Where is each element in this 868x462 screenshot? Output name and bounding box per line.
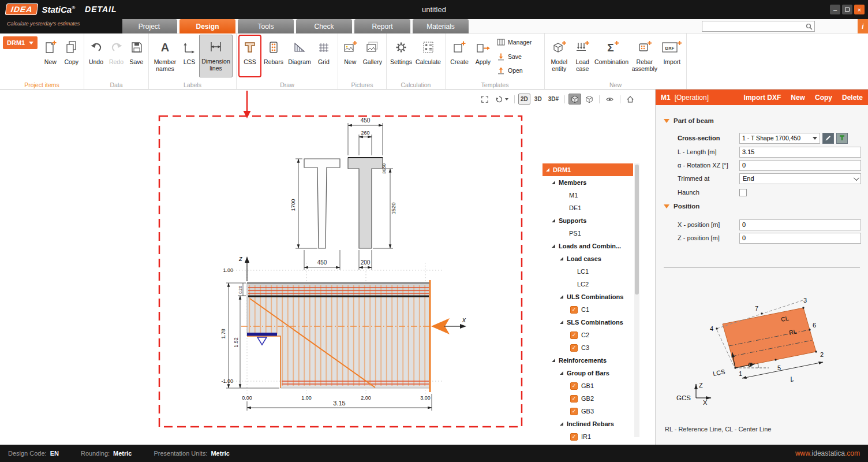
dxf-import-button[interactable]: DXF Import [660,35,684,77]
edit-cross-section-button[interactable] [822,133,834,144]
tree-item-gb2[interactable]: ✓GB2 [542,392,633,405]
template-manager-button[interactable]: Manager [497,38,532,47]
close-button[interactable]: × [854,5,865,14]
grid-button[interactable]: Grid [313,35,334,77]
search-input[interactable] [702,22,804,31]
tree-item-loads-combinations[interactable]: Loads and Combin... [542,240,633,252]
expander-icon[interactable] [560,257,563,260]
tree-item-lc1[interactable]: LC1 [542,265,633,278]
fit-view-button[interactable] [478,94,491,105]
checkbox-checked-icon[interactable]: ✓ [570,331,578,339]
tree-item-c1[interactable]: ✓C1 [542,303,633,316]
section-editor-button[interactable] [836,133,848,144]
search-icon[interactable] [804,23,814,30]
checkbox-checked-icon[interactable]: ✓ [570,382,578,390]
tree-item-uls-combinations[interactable]: ULS Combinations [542,290,633,303]
new-project-item-button[interactable]: New [40,35,61,77]
checkbox-checked-icon[interactable]: ✓ [570,306,578,314]
tree-item-c2[interactable]: ✓C2 [542,329,633,341]
combination-button[interactable]: Σ Combination [593,35,630,77]
css-button[interactable]: CSS [238,35,261,77]
checkbox-checked-icon[interactable]: ✓ [570,344,578,352]
tree-scrollbar[interactable] [634,163,639,437]
redo-button[interactable]: Redo [106,35,126,77]
tree-item-gb3[interactable]: ✓GB3 [542,405,633,418]
project-item-selector[interactable]: DRM1 [3,36,38,49]
tree-item-group-of-bars[interactable]: Group of Bars [542,367,633,379]
tree-item-m1[interactable]: M1 [542,189,633,202]
tree-item-ps1[interactable]: PS1 [542,227,633,240]
tree-item-reinforcements[interactable]: Reinforcements [542,354,633,367]
member-names-button[interactable]: A Member names [151,35,179,77]
z-position-input[interactable] [739,233,861,244]
expander-icon[interactable] [546,168,549,172]
view-3d-button[interactable]: 3D [532,94,544,105]
tree-item-load-cases[interactable]: Load cases [542,252,633,265]
tree-item-c3[interactable]: ✓C3 [542,341,633,354]
view-2d-button[interactable]: 2D [518,94,530,105]
visibility-button[interactable] [603,94,616,105]
expander-icon[interactable] [560,321,563,324]
trimmed-at-select[interactable]: End [739,173,861,184]
settings-button[interactable]: Settings [388,35,414,77]
tree-item-ir1[interactable]: ✓IR1 [542,430,633,443]
tree-item-inclined-rebars[interactable]: Inclined Rebars [542,418,633,430]
tree-item-sls-combinations[interactable]: SLS Combinations [542,316,633,329]
maximize-button[interactable] [842,5,852,14]
model-entity-button[interactable]: Model entity [547,35,571,77]
tab-report[interactable]: Report [354,19,410,33]
tab-materials[interactable]: Materials [413,19,469,33]
expander-icon[interactable] [552,244,555,248]
length-input[interactable] [739,147,861,158]
gallery-button[interactable]: Gallery [361,35,384,77]
expander-icon[interactable] [560,295,563,299]
home-view-button[interactable] [624,94,637,105]
tab-check[interactable]: Check [296,19,352,33]
rotation-input[interactable] [739,160,861,171]
import-dxf-button[interactable]: Import DXF [744,94,781,102]
section-collapse-icon[interactable] [664,119,669,123]
delete-operation-button[interactable]: Delete [842,94,863,102]
undo-button[interactable]: Undo [86,35,106,77]
checkbox-checked-icon[interactable]: ✓ [570,408,578,415]
expander-icon[interactable] [560,422,563,426]
tab-design[interactable]: Design [179,19,235,33]
section-collapse-icon[interactable] [664,204,669,208]
tree-item-drm1[interactable]: DRM1 [542,163,633,176]
template-save-button[interactable]: Save [497,52,532,61]
template-open-button[interactable]: Open [497,66,532,75]
expander-icon[interactable] [552,219,555,222]
website-link[interactable]: www.ideastatica.com [795,449,860,457]
copy-project-item-button[interactable]: Copy [61,35,82,77]
new-picture-button[interactable]: New [340,35,361,77]
expander-icon[interactable] [560,371,563,375]
solid-view-button[interactable] [568,94,581,105]
calculate-button[interactable]: Calculate [414,35,443,77]
minimize-button[interactable]: – [830,5,840,14]
orbit-button[interactable] [493,94,511,105]
haunch-checkbox[interactable] [739,189,747,196]
create-template-button[interactable]: Create [447,35,472,77]
tree-item-lc2[interactable]: LC2 [542,278,633,290]
wireframe-view-button[interactable] [583,94,596,105]
x-position-input[interactable] [739,219,861,230]
view-3d-grid-button[interactable]: 3D# [546,94,561,105]
rebars-button[interactable]: Rebars [261,35,286,77]
tree-item-gb1[interactable]: ✓GB1 [542,379,633,392]
info-button[interactable]: i [858,19,868,33]
scrollbar-thumb[interactable] [635,165,639,295]
save-button[interactable]: Save [126,35,147,77]
checkbox-checked-icon[interactable]: ✓ [570,433,578,441]
apply-template-button[interactable]: Apply [472,35,495,77]
section-position[interactable]: Position [664,203,699,210]
lcs-button[interactable]: LCS [179,35,199,77]
load-case-button[interactable]: Load case [571,35,593,77]
expander-icon[interactable] [552,359,555,362]
tab-project[interactable]: Project [121,19,177,33]
copy-operation-button[interactable]: Copy [815,94,832,102]
cross-section-dropdown[interactable]: 1 - T Shape 1700,450 [739,133,820,144]
new-operation-button[interactable]: New [791,94,805,102]
tree-item-supports[interactable]: Supports [542,214,633,227]
checkbox-checked-icon[interactable]: ✓ [570,395,578,403]
tree-item-de1[interactable]: DE1 [542,202,633,214]
